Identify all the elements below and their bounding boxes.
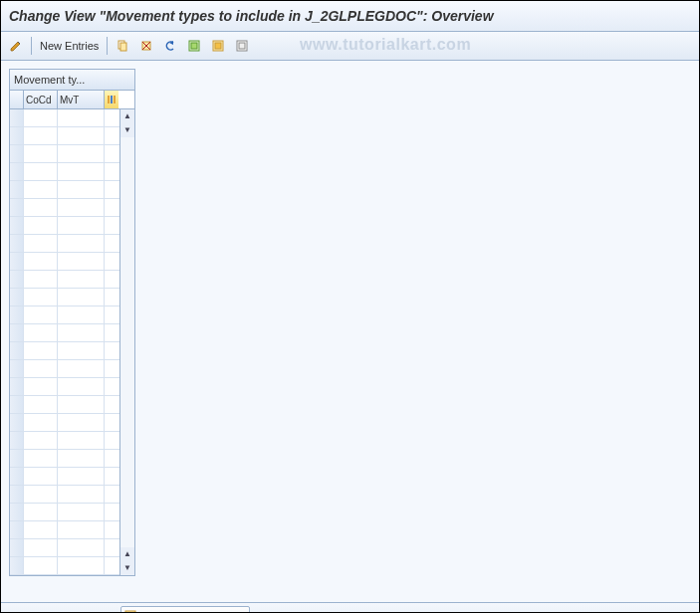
- table-row[interactable]: [10, 109, 119, 127]
- row-selector[interactable]: [10, 306, 24, 323]
- row-selector[interactable]: [10, 271, 24, 288]
- table-row[interactable]: [10, 396, 119, 414]
- table-row[interactable]: [10, 306, 119, 324]
- row-selector[interactable]: [10, 342, 24, 359]
- scroll-track[interactable]: [120, 137, 134, 547]
- cell-mvt[interactable]: [58, 539, 105, 556]
- table-row[interactable]: [10, 199, 119, 217]
- cell-cocd[interactable]: [24, 450, 58, 467]
- table-row[interactable]: [10, 539, 119, 557]
- row-selector[interactable]: [10, 324, 24, 341]
- cell-mvt[interactable]: [58, 432, 105, 449]
- table-row[interactable]: [10, 486, 119, 504]
- cell-mvt[interactable]: [58, 521, 105, 538]
- cell-cocd[interactable]: [24, 396, 58, 413]
- cell-cocd[interactable]: [24, 289, 58, 306]
- cell-cocd[interactable]: [24, 163, 58, 180]
- row-selector[interactable]: [10, 468, 24, 485]
- cell-mvt[interactable]: [58, 253, 105, 270]
- cell-cocd[interactable]: [24, 235, 58, 252]
- cell-cocd[interactable]: [24, 306, 58, 323]
- cell-cocd[interactable]: [24, 271, 58, 288]
- row-selector[interactable]: [10, 163, 24, 180]
- cell-cocd[interactable]: [24, 342, 58, 359]
- row-selector[interactable]: [10, 414, 24, 431]
- row-selector[interactable]: [10, 486, 24, 503]
- cell-cocd[interactable]: [24, 539, 58, 556]
- row-selector[interactable]: [10, 504, 24, 520]
- row-selector[interactable]: [10, 396, 24, 413]
- scroll-down-btn-top[interactable]: ▼: [121, 123, 133, 137]
- cell-mvt[interactable]: [58, 217, 105, 234]
- table-row[interactable]: [10, 271, 119, 289]
- cell-mvt[interactable]: [58, 468, 105, 485]
- table-row[interactable]: [10, 450, 119, 468]
- cell-mvt[interactable]: [58, 163, 105, 180]
- cell-mvt[interactable]: [58, 271, 105, 288]
- scroll-up-button[interactable]: ▲: [121, 109, 133, 123]
- cell-mvt[interactable]: [58, 109, 105, 126]
- header-cocd[interactable]: CoCd: [24, 91, 58, 108]
- cell-cocd[interactable]: [24, 378, 58, 395]
- row-selector[interactable]: [10, 450, 24, 467]
- cell-mvt[interactable]: [58, 486, 105, 503]
- row-selector[interactable]: [10, 109, 24, 126]
- cell-cocd[interactable]: [24, 324, 58, 341]
- cell-mvt[interactable]: [58, 199, 105, 216]
- table-row[interactable]: [10, 468, 119, 486]
- table-row[interactable]: [10, 253, 119, 271]
- cell-cocd[interactable]: [24, 432, 58, 449]
- cell-cocd[interactable]: [24, 199, 58, 216]
- table-row[interactable]: [10, 163, 119, 181]
- cell-mvt[interactable]: [58, 127, 105, 144]
- cell-mvt[interactable]: [58, 145, 105, 162]
- select-block-button[interactable]: [207, 35, 229, 57]
- row-selector[interactable]: [10, 217, 24, 234]
- cell-mvt[interactable]: [58, 450, 105, 467]
- cell-mvt[interactable]: [58, 306, 105, 323]
- row-selector[interactable]: [10, 127, 24, 144]
- scroll-up-btn-bottom[interactable]: ▲: [121, 547, 133, 561]
- table-row[interactable]: [10, 289, 119, 306]
- row-selector[interactable]: [10, 539, 24, 556]
- cell-mvt[interactable]: [58, 235, 105, 252]
- cell-cocd[interactable]: [24, 217, 58, 234]
- cell-cocd[interactable]: [24, 504, 58, 520]
- table-row[interactable]: [10, 217, 119, 235]
- cell-mvt[interactable]: [58, 360, 105, 377]
- table-row[interactable]: [10, 557, 119, 575]
- table-row[interactable]: [10, 181, 119, 199]
- copy-button[interactable]: [112, 35, 133, 57]
- cell-cocd[interactable]: [24, 181, 58, 198]
- delete-button[interactable]: [135, 35, 157, 57]
- table-row[interactable]: [10, 145, 119, 163]
- undo-button[interactable]: [159, 35, 181, 57]
- row-selector[interactable]: [10, 235, 24, 252]
- cell-mvt[interactable]: [58, 181, 105, 198]
- scroll-down-button[interactable]: ▼: [121, 561, 133, 575]
- table-row[interactable]: [10, 432, 119, 450]
- table-row[interactable]: [10, 414, 119, 432]
- table-row[interactable]: [10, 342, 119, 360]
- row-selector[interactable]: [10, 360, 24, 377]
- row-selector[interactable]: [10, 378, 24, 395]
- row-selector[interactable]: [10, 521, 24, 538]
- cell-cocd[interactable]: [24, 486, 58, 503]
- cell-cocd[interactable]: [24, 127, 58, 144]
- table-row[interactable]: [10, 235, 119, 253]
- cell-cocd[interactable]: [24, 253, 58, 270]
- row-selector[interactable]: [10, 181, 24, 198]
- table-row[interactable]: [10, 360, 119, 378]
- header-mvt[interactable]: MvT: [58, 91, 105, 108]
- position-button[interactable]: Position...: [120, 606, 250, 613]
- cell-mvt[interactable]: [58, 414, 105, 431]
- configure-columns-button[interactable]: [105, 91, 118, 108]
- cell-mvt[interactable]: [58, 504, 105, 520]
- cell-mvt[interactable]: [58, 342, 105, 359]
- table-row[interactable]: [10, 127, 119, 145]
- table-row[interactable]: [10, 521, 119, 539]
- row-selector[interactable]: [10, 145, 24, 162]
- vertical-scrollbar[interactable]: ▲ ▼ ▲ ▼: [119, 109, 134, 575]
- cell-cocd[interactable]: [24, 521, 58, 538]
- cell-mvt[interactable]: [58, 396, 105, 413]
